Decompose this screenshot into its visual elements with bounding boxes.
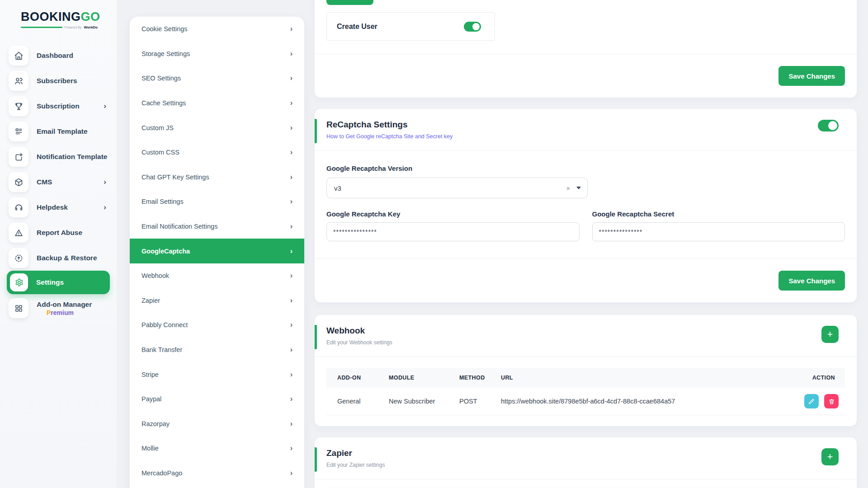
recaptcha-version-value: v3 [334, 184, 562, 192]
settings-menu-item-storage-settings[interactable]: Storage Settings› [130, 42, 304, 66]
webhook-card-subtitle: Edit your Webhook settings [326, 339, 392, 346]
chevron-down-icon [576, 187, 581, 189]
sidebar-item-addon-manager[interactable]: Add-on Manager Premium [7, 294, 110, 322]
sidebar-item-subscribers[interactable]: Subscribers [7, 68, 110, 94]
sidebar-item-cms[interactable]: CMS › [7, 169, 110, 195]
delete-webhook-button[interactable] [824, 394, 839, 408]
sidebar-item-label: Subscribers [37, 77, 110, 85]
settings-menu-item-email-notification-settings[interactable]: Email Notification Settings› [130, 214, 304, 239]
settings-menu-item-googlecaptcha[interactable]: GoogleCaptcha› [130, 239, 304, 263]
settings-menu-item-razorpay[interactable]: Razorpay› [130, 412, 304, 436]
settings-menu-item-stripe[interactable]: Stripe› [130, 362, 304, 387]
recaptcha-toggle[interactable] [818, 120, 839, 131]
chevron-right-icon: › [290, 420, 292, 428]
brand-name-primary: BOOKING [21, 10, 81, 23]
home-icon [9, 46, 28, 66]
sidebar-item-label: Report Abuse [37, 229, 110, 237]
add-zapier-button[interactable]: + [821, 448, 839, 465]
recaptcha-version-label: Google Recaptcha Version [326, 164, 845, 172]
cell-addon: General [326, 388, 384, 415]
sidebar-item-settings[interactable]: Settings [7, 271, 110, 294]
chevron-right-icon: › [290, 74, 292, 82]
settings-menu-item-zapier[interactable]: Zapier› [130, 288, 304, 313]
settings-menu-item-paypal[interactable]: Paypal› [130, 387, 304, 412]
save-changes-button[interactable]: Save Changes [778, 66, 845, 86]
webhook-card-title: Webhook [326, 326, 392, 336]
chevron-right-icon: › [290, 222, 292, 230]
sidebar-item-label: Settings [36, 278, 110, 286]
chevron-right-icon: › [290, 99, 292, 107]
sidebar-item-label: Dashboard [37, 52, 110, 60]
settings-menu-item-email-settings[interactable]: Email Settings› [130, 189, 304, 214]
settings-menu-item-mercadopago[interactable]: MercadoPago› [130, 461, 304, 486]
recaptcha-key-input[interactable] [326, 222, 580, 241]
card-accent-bar [315, 119, 317, 143]
webhook-card: Webhook Edit your Webhook settings + ADD… [315, 315, 857, 426]
table-row: General New Subscriber POST https://webh… [326, 388, 845, 415]
column-header-method: METHOD [455, 368, 496, 388]
settings-menu-item-bank-transfer[interactable]: Bank Transfer› [130, 338, 304, 362]
chevron-right-icon: › [290, 148, 292, 156]
recaptcha-key-label: Google Recaptcha Key [326, 210, 580, 218]
settings-menu-item-chatgpt-key[interactable]: Chat GPT Key Settings› [130, 165, 304, 190]
chevron-right-icon: › [290, 50, 292, 58]
brand-logo: BOOKINGGO Powered By WorkDo [0, 7, 117, 29]
chevron-right-icon: › [104, 203, 106, 212]
recaptcha-help-link[interactable]: How to Get Google reCaptcha Site and Sec… [326, 133, 453, 140]
edit-webhook-button[interactable] [804, 394, 819, 408]
recaptcha-version-select[interactable]: v3 × [326, 178, 588, 198]
chevron-right-icon: › [104, 102, 106, 111]
chevron-right-icon: › [290, 346, 292, 354]
chevron-right-icon: › [104, 178, 106, 187]
sidebar-item-report-abuse[interactable]: Report Abuse [7, 220, 110, 245]
settings-menu-item-pabbly-connect[interactable]: Pabbly Connect› [130, 313, 304, 338]
cell-module: New Subscriber [384, 388, 455, 415]
create-user-label: Create User [337, 23, 377, 31]
card-accent-bar [315, 325, 317, 349]
clear-icon[interactable]: × [562, 184, 574, 192]
sidebar-item-email-template[interactable]: Email Template [7, 119, 110, 144]
column-header-url: URL [496, 368, 791, 388]
webhook-table: ADD-ON MODULE METHOD URL ACTION General … [326, 368, 845, 415]
sidebar-item-backup-restore[interactable]: Backup & Restore [7, 245, 110, 271]
package-icon [9, 172, 28, 192]
powered-by-label: Powered By [65, 26, 82, 29]
tab-general[interactable]: General [326, 0, 373, 5]
card-accent-bar [315, 447, 317, 472]
chevron-right-icon: › [290, 395, 292, 403]
brand-name: BOOKINGGO [21, 10, 98, 24]
chevron-right-icon: › [290, 247, 292, 255]
settings-menu-item-coingate[interactable]: Coingate› [130, 485, 304, 488]
template-icon [9, 122, 28, 141]
zapier-card-subtitle: Edit your Zapier settings [326, 462, 385, 468]
powered-by-brand: WorkDo [84, 25, 98, 29]
brand-name-accent: GO [81, 10, 100, 23]
settings-menu-item-webhook[interactable]: Webhook› [130, 263, 304, 288]
recaptcha-secret-label: Google Recaptcha Secret [592, 210, 845, 218]
table-header-row: ADD-ON MODULE METHOD URL ACTION [326, 368, 845, 388]
sidebar-item-subscription[interactable]: Subscription › [7, 94, 110, 119]
column-header-module: MODULE [384, 368, 455, 388]
settings-menu-item-seo-settings[interactable]: SEO Settings› [130, 66, 304, 91]
sidebar-item-label: Subscription [37, 102, 104, 110]
save-changes-button[interactable]: Save Changes [778, 271, 845, 291]
settings-menu-item-cookie-settings[interactable]: Cookie Settings› [130, 17, 304, 42]
sidebar-item-helpdesk[interactable]: Helpdesk › [7, 195, 110, 220]
powered-by: Powered By WorkDo [21, 25, 98, 29]
recaptcha-secret-input[interactable] [592, 222, 845, 241]
settings-menu-item-custom-css[interactable]: Custom CSS› [130, 140, 304, 165]
settings-menu-item-mollie[interactable]: Mollie› [130, 436, 304, 461]
create-user-setting: Create User [326, 12, 495, 41]
create-user-toggle[interactable] [464, 22, 481, 32]
sidebar-item-dashboard[interactable]: Dashboard [7, 43, 110, 68]
settings-menu-item-cache-settings[interactable]: Cache Settings› [130, 91, 304, 116]
chevron-right-icon: › [290, 25, 292, 33]
sidebar-item-notification-template[interactable]: Notification Template [7, 144, 110, 169]
settings-menu-item-custom-js[interactable]: Custom JS› [130, 115, 304, 140]
recaptcha-settings-card: ReCaptcha Settings How to Get Google reC… [315, 109, 857, 302]
settings-tabs: General Helpdesk [315, 0, 857, 12]
chevron-right-icon: › [290, 296, 292, 305]
add-webhook-button[interactable]: + [821, 326, 839, 343]
recaptcha-card-title: ReCaptcha Settings [326, 120, 453, 130]
premium-badge: Premium [47, 309, 92, 316]
